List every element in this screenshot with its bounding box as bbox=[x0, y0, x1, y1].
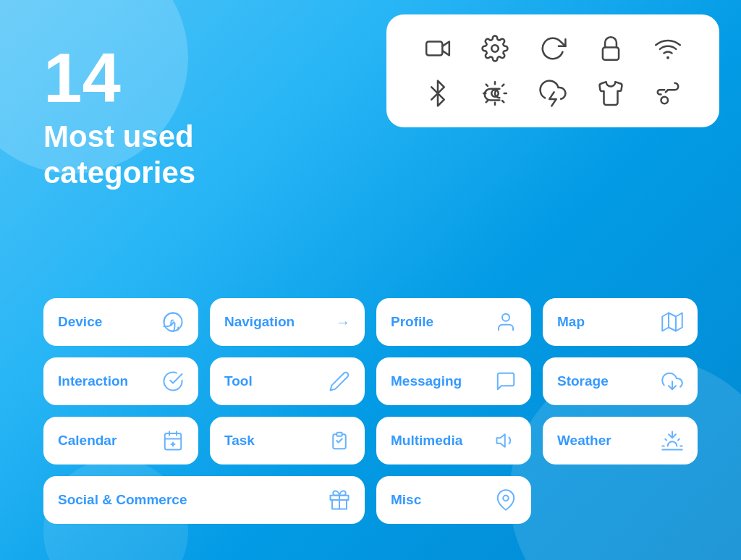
social-commerce-label: Social & Commerce bbox=[58, 492, 187, 508]
tool-label: Tool bbox=[224, 373, 253, 389]
svg-point-1 bbox=[492, 45, 499, 52]
category-grid: Device Navigation → Profile Map bbox=[43, 298, 698, 524]
clipboard-check-icon bbox=[329, 430, 350, 451]
check-circle-icon bbox=[162, 370, 184, 392]
settings-icon bbox=[481, 35, 509, 62]
svg-line-24 bbox=[678, 439, 679, 441]
fingerprint-icon bbox=[162, 311, 184, 333]
category-device[interactable]: Device bbox=[43, 298, 198, 346]
svg-point-5 bbox=[661, 97, 669, 104]
category-profile[interactable]: Profile bbox=[376, 298, 531, 346]
svg-point-6 bbox=[164, 313, 182, 331]
category-storage[interactable]: Storage bbox=[543, 357, 698, 405]
svg-marker-8 bbox=[662, 313, 682, 331]
pencil-icon bbox=[329, 370, 350, 392]
category-map[interactable]: Map bbox=[543, 298, 698, 346]
video-camera-icon bbox=[424, 35, 452, 62]
category-task[interactable]: Task bbox=[210, 417, 365, 464]
category-multimedia[interactable]: Multimedia bbox=[376, 417, 531, 464]
icon-panel bbox=[386, 14, 719, 127]
svg-line-21 bbox=[665, 439, 666, 441]
calendar-label: Calendar bbox=[58, 433, 117, 449]
volume-icon bbox=[495, 430, 517, 451]
messaging-label: Messaging bbox=[391, 373, 462, 389]
refresh-icon bbox=[539, 35, 567, 62]
wifi-icon bbox=[654, 35, 682, 62]
interaction-label: Interaction bbox=[58, 373, 128, 389]
profile-label: Profile bbox=[391, 314, 433, 330]
cloud-sun-light-icon bbox=[481, 80, 509, 107]
lock-icon bbox=[597, 35, 624, 62]
category-tool[interactable]: Tool bbox=[210, 357, 365, 405]
misc-label: Misc bbox=[391, 492, 421, 508]
cloud-download-icon bbox=[661, 370, 683, 392]
gift-icon bbox=[329, 489, 350, 511]
device-label: Device bbox=[58, 314, 102, 330]
category-count: 14 bbox=[43, 43, 195, 113]
category-misc[interactable]: Misc bbox=[376, 476, 531, 524]
svg-rect-12 bbox=[165, 433, 182, 450]
category-navigation[interactable]: Navigation → bbox=[210, 298, 365, 346]
svg-marker-19 bbox=[497, 434, 505, 447]
cloud-lightning-icon bbox=[539, 80, 567, 107]
cloud-sun-icon bbox=[661, 430, 683, 451]
message-icon bbox=[495, 370, 517, 392]
weather-label: Weather bbox=[557, 433, 611, 449]
hero-subtitle: Most used categories bbox=[43, 119, 195, 192]
svg-rect-2 bbox=[603, 47, 619, 59]
category-calendar[interactable]: Calendar bbox=[43, 417, 198, 464]
map-icon bbox=[661, 311, 683, 333]
category-messaging[interactable]: Messaging bbox=[376, 357, 531, 405]
multimedia-label: Multimedia bbox=[391, 433, 462, 449]
category-social-commerce[interactable]: Social & Commerce bbox=[43, 476, 365, 524]
svg-rect-0 bbox=[426, 42, 442, 56]
navigation-label: Navigation bbox=[224, 314, 295, 330]
svg-point-28 bbox=[503, 496, 509, 501]
category-weather[interactable]: Weather bbox=[543, 417, 698, 464]
calendar-icon bbox=[162, 430, 184, 451]
svg-rect-18 bbox=[336, 433, 342, 436]
shirt-icon bbox=[597, 80, 624, 107]
hero-text: 14 Most used categories bbox=[43, 43, 195, 192]
bluetooth-icon bbox=[424, 80, 452, 107]
person-icon bbox=[495, 311, 517, 333]
category-interaction[interactable]: Interaction bbox=[43, 357, 198, 405]
task-label: Task bbox=[224, 433, 255, 449]
svg-point-7 bbox=[502, 314, 509, 321]
paint-icon bbox=[654, 80, 682, 107]
arrow-right-icon: → bbox=[336, 314, 350, 331]
storage-label: Storage bbox=[557, 373, 609, 389]
pin-icon bbox=[495, 489, 517, 511]
map-label: Map bbox=[557, 314, 585, 330]
